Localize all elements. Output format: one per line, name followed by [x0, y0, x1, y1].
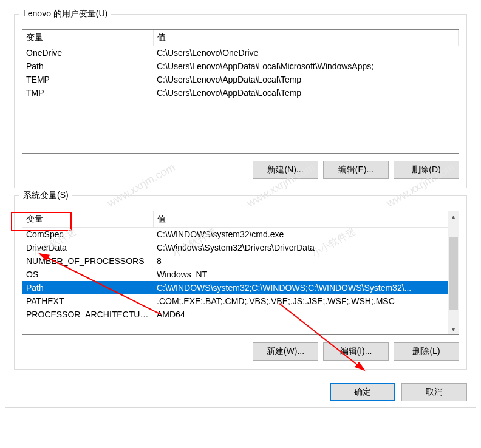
cancel-button[interactable]: 取消 [401, 383, 467, 401]
cell-var: DriverData [22, 241, 153, 254]
cell-val: C:\Users\Lenovo\OneDrive [153, 46, 459, 60]
cell-val: C:\Windows\System32\Drivers\DriverData [153, 241, 448, 254]
table-row[interactable]: PROCESSOR_ARCHITECTUREAMD64 [22, 308, 448, 321]
cell-var: Path [22, 281, 153, 294]
sys-vars-group: 系统变量(S) 变量 值 ComSpecC:\WINDOWS\system32\… [14, 195, 467, 370]
sys-vars-scrollbar[interactable]: ▴ ▾ [448, 211, 459, 334]
table-row[interactable]: TEMPC:\Users\Lenovo\AppData\Local\Temp [22, 73, 459, 86]
cell-val: AMD64 [153, 308, 448, 321]
table-row[interactable]: PATHEXT.COM;.EXE;.BAT;.CMD;.VBS;.VBE;.JS… [22, 294, 448, 308]
table-row[interactable]: OneDriveC:\Users\Lenovo\OneDrive [22, 46, 459, 60]
user-vars-group: Lenovo 的用户变量(U) 变量 值 OneDriveC:\Users\Le… [14, 14, 467, 188]
sys-vars-table-container: 变量 值 ComSpecC:\WINDOWS\system32\cmd.exeD… [22, 211, 459, 335]
cell-val: C:\Users\Lenovo\AppData\Local\Microsoft\… [153, 59, 459, 73]
user-vars-table[interactable]: 变量 值 OneDriveC:\Users\Lenovo\OneDrivePat… [22, 30, 459, 100]
cell-var: ComSpec [22, 228, 153, 242]
new-sys-var-button[interactable]: 新建(W)... [253, 342, 318, 361]
cell-var: PROCESSOR_ARCHITECTURE [22, 308, 153, 321]
edit-sys-var-button[interactable]: 编辑(I)... [323, 342, 389, 361]
scroll-down-icon[interactable]: ▾ [448, 324, 459, 334]
user-vars-buttons: 新建(N)... 编辑(E)... 删除(D) [15, 158, 466, 188]
cell-var: NUMBER_OF_PROCESSORS [22, 254, 153, 268]
delete-user-var-button[interactable]: 删除(D) [394, 161, 459, 179]
table-row[interactable]: PathC:\WINDOWS\system32;C:\WINDOWS;C:\WI… [22, 281, 448, 294]
column-header-var[interactable]: 变量 [22, 30, 153, 46]
table-row[interactable]: ComSpecC:\WINDOWS\system32\cmd.exe [22, 228, 448, 242]
delete-sys-var-button[interactable]: 删除(L) [394, 342, 459, 361]
cell-var: OS [22, 268, 153, 281]
cell-var: OneDrive [22, 46, 153, 60]
cell-val: C:\WINDOWS\system32;C:\WINDOWS;C:\WINDOW… [153, 281, 448, 294]
sys-vars-label: 系统变量(S) [19, 190, 72, 201]
cell-val: C:\Users\Lenovo\AppData\Local\Temp [153, 86, 459, 100]
cell-val: C:\WINDOWS\system32\cmd.exe [153, 228, 448, 242]
user-vars-label: Lenovo 的用户变量(U) [19, 8, 111, 19]
table-row[interactable]: NUMBER_OF_PROCESSORS8 [22, 254, 448, 268]
user-vars-table-container: 变量 值 OneDriveC:\Users\Lenovo\OneDrivePat… [22, 29, 459, 154]
cell-val: Windows_NT [153, 268, 448, 281]
ok-button[interactable]: 确定 [330, 383, 395, 401]
cell-val: .COM;.EXE;.BAT;.CMD;.VBS;.VBE;.JS;.JSE;.… [153, 294, 448, 308]
scroll-thumb[interactable] [449, 237, 458, 310]
env-vars-dialog: Lenovo 的用户变量(U) 变量 值 OneDriveC:\Users\Le… [5, 5, 476, 408]
table-row[interactable]: DriverDataC:\Windows\System32\Drivers\Dr… [22, 241, 448, 254]
cell-var: PATHEXT [22, 294, 153, 308]
table-row[interactable]: TMPC:\Users\Lenovo\AppData\Local\Temp [22, 86, 459, 100]
edit-user-var-button[interactable]: 编辑(E)... [323, 161, 389, 179]
cell-var: TMP [22, 86, 153, 100]
cell-val: C:\Users\Lenovo\AppData\Local\Temp [153, 73, 459, 86]
new-user-var-button[interactable]: 新建(N)... [253, 161, 318, 179]
cell-var: Path [22, 59, 153, 73]
column-header-val[interactable]: 值 [153, 30, 459, 46]
column-header-val[interactable]: 值 [153, 211, 448, 228]
cell-val: 8 [153, 254, 448, 268]
dialog-buttons: 确定 取消 [14, 377, 467, 401]
table-row[interactable]: OSWindows_NT [22, 268, 448, 281]
table-row[interactable]: PathC:\Users\Lenovo\AppData\Local\Micros… [22, 59, 459, 73]
column-header-var[interactable]: 变量 [22, 211, 153, 228]
sys-vars-table[interactable]: 变量 值 ComSpecC:\WINDOWS\system32\cmd.exeD… [22, 211, 448, 321]
sys-vars-buttons: 新建(W)... 编辑(I)... 删除(L) [15, 340, 466, 369]
scroll-up-icon[interactable]: ▴ [448, 211, 459, 222]
cell-var: TEMP [22, 73, 153, 86]
